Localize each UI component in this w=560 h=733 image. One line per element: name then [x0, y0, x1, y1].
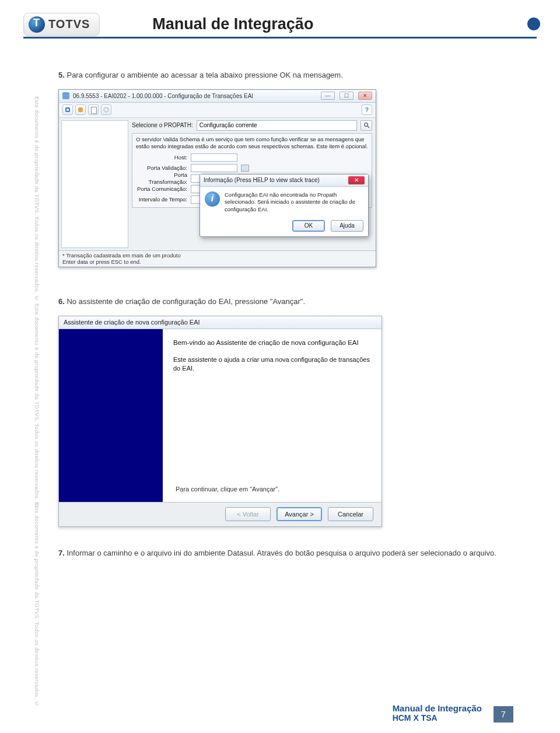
step-5-body: Para configurar o ambiente ao acessar a … [66, 71, 342, 79]
wizard-main: Bem-vindo ao Assistente de criação de no… [163, 329, 382, 502]
copyright-vertical: Este documento é de propriedade da TOTVS… [34, 303, 40, 508]
propath-input[interactable] [197, 120, 357, 131]
window-titlebar: 06.9.5553 - EAI0202 - 1.00.00.000 - Conf… [59, 90, 376, 103]
field-porta-valid-input[interactable] [191, 164, 237, 172]
field-host-input[interactable] [191, 153, 237, 162]
field-porta-trans-label: Porta Transformação: [136, 172, 187, 186]
next-button[interactable]: Avançar > [276, 507, 322, 521]
maximize-button[interactable]: ☐ [340, 92, 354, 100]
toolbar-icon-3[interactable] [88, 104, 99, 115]
content-area: 5. Para configurar o ambiente ao acessar… [58, 70, 502, 567]
svg-line-1 [367, 126, 369, 128]
logo-mark-icon [29, 16, 45, 33]
propath-label: Selecione o PROPATH: [132, 122, 193, 128]
step-6-body: No assistente de criação de configuração… [66, 297, 305, 306]
field-porta-com-label: Porta Comunicação: [136, 186, 187, 193]
info-dialog: Informação (Press HELP to view stack tra… [200, 174, 369, 237]
info-dialog-title: Informação (Press HELP to view stack tra… [204, 177, 348, 183]
right-panel: Selecione o PROPATH: O servidor Valida S… [131, 118, 376, 250]
toolbar-icon-2[interactable] [75, 104, 86, 115]
page-footer: Manual de Integração HCM X TSA 7 [58, 703, 513, 722]
step-7-text: 7. Informar o caminho e o arquivo ini do… [58, 548, 502, 559]
step-7-body: Informar o caminho e o arquivo ini do am… [66, 549, 496, 557]
toolbar: ? [59, 103, 376, 118]
wizard-body-text: Este assistente o ajuda a criar uma nova… [173, 355, 371, 373]
status-bar: * Transação cadastrada em mais de um pro… [59, 250, 376, 267]
wizard-title: Assistente de criação de nova configuraç… [64, 319, 200, 326]
cancel-button[interactable]: Cancelar [328, 507, 373, 521]
info-dialog-close-button[interactable]: ✕ [348, 176, 365, 184]
wizard-welcome: Bem-vindo ao Assistente de criação de no… [173, 338, 371, 348]
svg-point-0 [364, 123, 368, 127]
step-6-text: 6. No assistente de criação de configura… [58, 296, 502, 308]
field-host-label: Host: [136, 154, 187, 161]
page-title: Manual de Integração [152, 15, 313, 33]
window-title: 06.9.5553 - EAI0202 - 1.00.00.000 - Conf… [73, 93, 316, 99]
search-button[interactable] [360, 120, 372, 131]
info-dialog-message: Configuração EAI não encontrada no Propa… [225, 191, 363, 213]
status-line-1: * Transação cadastrada em mais de um pro… [62, 252, 372, 259]
close-button[interactable]: ✕ [358, 92, 372, 100]
search-icon [363, 122, 370, 128]
step-7-number: 7. [58, 549, 65, 557]
status-line-2: Enter data or press ESC to end. [62, 259, 372, 265]
flag-icon[interactable] [241, 165, 249, 172]
minimize-button[interactable]: — [321, 92, 335, 100]
toolbar-icon-1[interactable] [62, 104, 73, 115]
step-5-number: 5. [58, 71, 65, 79]
page-header: TOTVS Manual de Integração [23, 12, 537, 39]
ajuda-button[interactable]: Ajuda [331, 220, 363, 232]
logo-text: TOTVS [48, 18, 90, 31]
toolbar-icon-4[interactable] [101, 104, 111, 115]
left-tree-panel[interactable] [61, 120, 128, 248]
copyright-vertical: Este documento é de propriedade da TOTVS… [34, 96, 40, 301]
field-porta-valid-label: Porta Validação: [136, 165, 187, 172]
back-button[interactable]: < Voltar [225, 507, 271, 521]
step-6-number: 6. [58, 297, 65, 306]
ok-button[interactable]: OK [292, 220, 325, 232]
schema-description: O servidor Valida Schema é um serviço qu… [136, 136, 368, 150]
screenshot-eai-config-window: 06.9.5553 - EAI0202 - 1.00.00.000 - Conf… [58, 89, 376, 267]
wizard-sidebar [59, 329, 163, 502]
help-icon[interactable]: ? [362, 104, 372, 115]
screenshot-eai-wizard: Assistente de criação de nova configuraç… [58, 316, 382, 527]
header-endcap-icon [527, 18, 540, 30]
step-5-text: 5. Para configurar o ambiente ao acessar… [58, 70, 502, 81]
copyright-vertical: Este documento é de propriedade da TOTVS… [34, 502, 40, 707]
info-icon: i [205, 191, 220, 207]
app-icon [62, 92, 69, 99]
footer-title: Manual de Integração [393, 703, 482, 713]
page-number: 7 [494, 706, 513, 722]
field-intervalo-label: Intervalo de Tempo: [136, 196, 187, 203]
logo: TOTVS [23, 13, 100, 36]
footer-subtitle: HCM X TSA [393, 713, 482, 722]
wizard-titlebar: Assistente de criação de nova configuraç… [59, 316, 382, 329]
wizard-footer: < Voltar Avançar > Cancelar [59, 502, 382, 526]
wizard-continue-hint: Para continuar, clique em "Avançar". [176, 486, 279, 493]
